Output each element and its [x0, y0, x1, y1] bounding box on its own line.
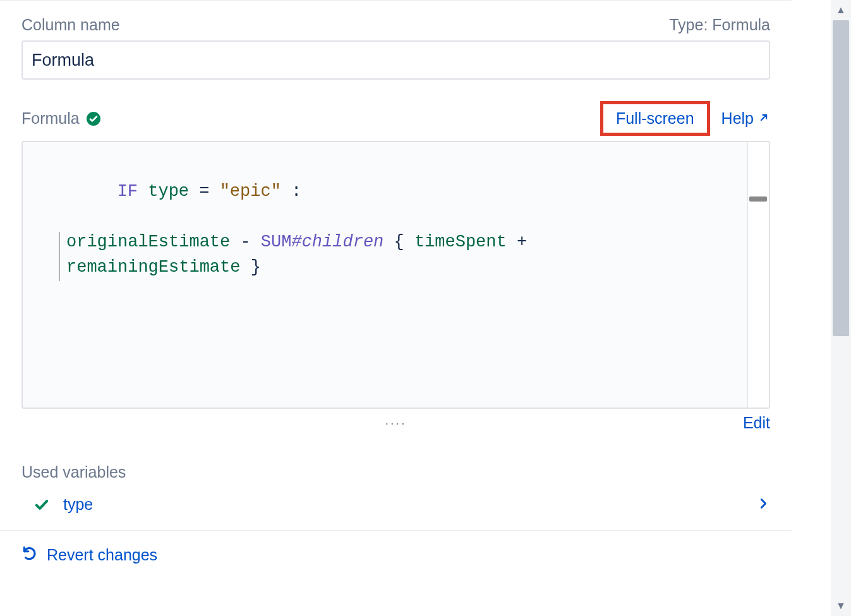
formula-section-label: Formula — [21, 109, 80, 128]
used-variables-label: Used variables — [21, 463, 770, 481]
editor-cursor — [59, 232, 60, 281]
editor-scrollbar-thumb[interactable] — [749, 196, 767, 202]
revert-changes-button[interactable]: Revert changes — [21, 545, 157, 565]
editor-scrollbar[interactable] — [747, 142, 769, 408]
checkmark-circle-icon — [86, 111, 101, 126]
external-link-icon — [757, 109, 770, 128]
undo-icon — [21, 545, 38, 565]
scroll-up-icon[interactable]: ▲ — [831, 0, 851, 20]
variable-row[interactable]: type — [21, 495, 770, 514]
page-scrollbar-thumb[interactable] — [833, 20, 849, 336]
type-label: Type: Formula — [669, 16, 770, 34]
edit-link[interactable]: Edit — [743, 414, 770, 432]
column-name-input[interactable] — [21, 40, 770, 80]
fullscreen-button[interactable]: Full-screen — [600, 101, 710, 136]
checkmark-icon — [33, 496, 51, 514]
resize-handle-icon[interactable]: ···· — [21, 416, 770, 430]
help-link[interactable]: Help — [721, 109, 770, 128]
column-name-label: Column name — [21, 16, 120, 34]
revert-changes-label: Revert changes — [47, 546, 157, 564]
variable-name: type — [63, 495, 744, 514]
header-row: Column name Type: Formula — [21, 16, 770, 34]
help-link-label: Help — [721, 109, 754, 128]
chevron-right-icon — [756, 497, 770, 513]
formula-code-editor[interactable]: IF type = "epic" : originalEstimate - SU… — [21, 141, 770, 409]
scroll-down-icon[interactable]: ▼ — [831, 596, 851, 616]
page-scrollbar[interactable]: ▲ ▼ — [831, 0, 851, 616]
